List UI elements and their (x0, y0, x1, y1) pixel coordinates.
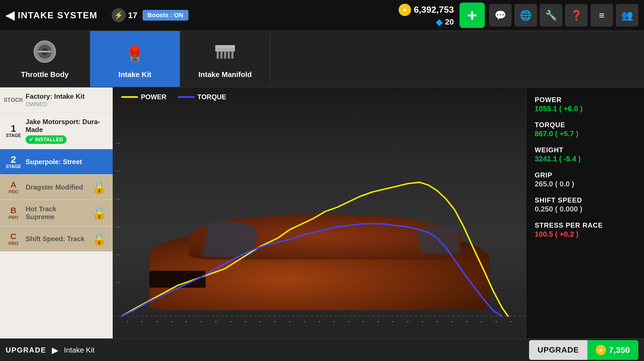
add-currency-button[interactable]: + (459, 3, 485, 28)
tab-intake-manifold[interactable]: Intake Manifold (180, 31, 270, 87)
power-legend: POWER (121, 93, 166, 101)
boost-lightning-block: ⚡ 17 Boosts : ON (112, 8, 188, 22)
svg-rect-9 (215, 47, 235, 52)
check-icon: ✔ (29, 137, 33, 143)
bottom-upgrade-label: UPGRADE (6, 346, 46, 355)
chat-icon-button[interactable]: 💬 (489, 4, 512, 27)
svg-rect-10 (217, 52, 219, 59)
boosts-badge[interactable]: Boosts : ON (143, 10, 188, 21)
upgrade-button-group[interactable]: UPGRADE ● 7,350 (529, 340, 638, 360)
bottom-bar: UPGRADE ▶ Intake Kit UPGRADE ● 7,350 (0, 338, 644, 361)
upgrade-name-pro-b: Hot Track Supreme (26, 205, 87, 221)
menu-icon-button[interactable]: ≡ (590, 4, 613, 27)
bottom-part-name: Intake Kit (64, 346, 94, 355)
upgrade-info-pro-c: Shift Speed: Track (26, 235, 87, 243)
intake-kit-label: Intake Kit (118, 70, 151, 79)
gold-amount: 6,392,753 (414, 5, 454, 15)
upgrade-name-stage1: Jake Motorsport: Dura-Made (26, 118, 107, 134)
tab-throttle-body[interactable]: Throttle Body (0, 31, 90, 87)
upgrade-item-pro-a[interactable]: A PRO Dragster Modified 🔒 (0, 175, 113, 200)
stat-stress: STRESS PER RACE 100.5 ( +0.2 ) (535, 221, 636, 239)
price-coin-icon: ● (596, 345, 606, 355)
wrench-icon-button[interactable]: 🔧 (540, 4, 562, 27)
stage-label-1: 1 STAGE (6, 124, 21, 138)
car-view: POWER TORQUE (113, 87, 526, 338)
social-icon-button[interactable]: 👥 (616, 4, 638, 27)
play-icon: ▶ (52, 345, 58, 355)
stat-grip: GRIP 265.0 ( 0.0 ) (535, 171, 636, 188)
svg-rect-14 (231, 52, 234, 59)
diamond-currency: ◆ 20 (436, 17, 454, 27)
stat-shift-speed: SHIFT SPEED 0.250 ( 0.000 ) (535, 196, 636, 213)
torque-label: TORQUE (535, 121, 636, 129)
help-icon-button[interactable]: ❓ (565, 4, 588, 27)
power-value: 1055.1 ( +6.0 ) (535, 104, 636, 113)
upgrade-item-pro-c[interactable]: C PRO Shift Speed: Track 🔒 (0, 226, 113, 252)
upgrade-name-stage2: Superpole: Street (26, 158, 107, 166)
upgrade-btn-price[interactable]: ● 7,350 (587, 340, 638, 360)
upgrade-item-stock[interactable]: STOCK Factory: Intake Kit OWNED (0, 87, 113, 113)
upgrade-item-stage2[interactable]: 2 STAGE Superpole: Street (0, 149, 113, 175)
stage-label-stock: STOCK (6, 97, 21, 103)
upgrade-list: STOCK Factory: Intake Kit OWNED 1 STAGE … (0, 87, 113, 338)
nav-icons: 💬 🌐 🔧 ❓ ≡ 👥 (489, 4, 638, 27)
tab-intake-kit[interactable]: Intake Kit (90, 31, 180, 87)
torque-legend-label: TORQUE (197, 93, 226, 101)
gold-icon: ● (399, 4, 411, 16)
stat-torque: TORQUE 867.0 ( +5.7 ) (535, 121, 636, 138)
weight-value: 3241.1 ( -5.4 ) (535, 155, 636, 163)
stat-power: POWER 1055.1 ( +6.0 ) (535, 96, 636, 113)
svg-rect-8 (132, 59, 138, 61)
main-content: STOCK Factory: Intake Kit OWNED 1 STAGE … (0, 87, 644, 338)
upgrade-btn-text[interactable]: UPGRADE (529, 340, 587, 360)
lock-icon-a: 🔒 (92, 180, 107, 195)
diamond-icon: ◆ (436, 17, 442, 27)
torque-value: 867.0 ( +5.7 ) (535, 129, 636, 138)
back-arrow-icon: ◀ (6, 9, 15, 22)
graph-legend: POWER TORQUE (121, 93, 226, 101)
upgrade-info-pro-a: Dragster Modified (26, 183, 87, 191)
intake-kit-icon (122, 39, 148, 67)
upgrade-name-pro-a: Dragster Modified (26, 183, 87, 191)
lightning-count: 17 (128, 10, 137, 20)
stress-label: STRESS PER RACE (535, 221, 636, 229)
shift-speed-value: 0.250 ( 0.000 ) (535, 205, 636, 213)
upgrade-name-pro-c: Shift Speed: Track (26, 235, 87, 243)
svg-point-6 (132, 47, 138, 51)
upgrade-price: 7,350 (609, 345, 630, 355)
grip-value: 265.0 ( 0.0 ) (535, 180, 636, 188)
throttle-body-icon (32, 39, 57, 67)
power-label: POWER (535, 96, 636, 104)
upgrade-info-stage1: Jake Motorsport: Dura-Made ✔ INSTALLED (26, 118, 107, 144)
back-button[interactable]: ◀ INTAKE SYSTEM (6, 9, 97, 22)
page-title: INTAKE SYSTEM (18, 10, 97, 21)
throttle-body-label: Throttle Body (21, 70, 69, 79)
lightning-icon: ⚡ (112, 8, 126, 22)
top-nav: ◀ INTAKE SYSTEM ⚡ 17 Boosts : ON ● 6,392… (0, 0, 644, 31)
pro-stage-b: B PRO (6, 206, 21, 220)
upgrade-item-pro-b[interactable]: B PRO Hot Track Supreme 🔒 (0, 200, 113, 226)
pro-stage-a: A PRO (6, 180, 21, 195)
torque-legend: TORQUE (178, 93, 226, 101)
gold-currency: ● 6,392,753 (399, 4, 454, 16)
torque-line-sample (178, 96, 195, 98)
stat-weight: WEIGHT 3241.1 ( -5.4 ) (535, 146, 636, 163)
weight-label: WEIGHT (535, 146, 636, 154)
svg-rect-12 (224, 52, 226, 59)
svg-rect-15 (215, 45, 235, 48)
intake-manifold-icon (212, 39, 238, 67)
upgrade-item-stage1[interactable]: 1 STAGE Jake Motorsport: Dura-Made ✔ INS… (0, 113, 113, 149)
upgrade-info-stage2: Superpole: Street (26, 158, 107, 166)
pro-stage-c: C PRO (6, 232, 21, 246)
upgrade-info-stock: Factory: Intake Kit OWNED (26, 93, 107, 107)
globe-icon-button[interactable]: 🌐 (514, 4, 537, 27)
power-line-sample (121, 96, 138, 98)
svg-rect-13 (228, 52, 230, 59)
currency-block: ● 6,392,753 ◆ 20 (399, 4, 454, 27)
part-tabs: Throttle Body Intake Kit (0, 31, 644, 87)
upgrade-info-pro-b: Hot Track Supreme (26, 205, 87, 221)
grip-label: GRIP (535, 171, 636, 179)
stress-value: 100.5 ( +0.2 ) (535, 230, 636, 239)
lock-icon-c: 🔒 (92, 232, 107, 246)
stats-panel: POWER 1055.1 ( +6.0 ) TORQUE 867.0 ( +5.… (526, 87, 644, 338)
